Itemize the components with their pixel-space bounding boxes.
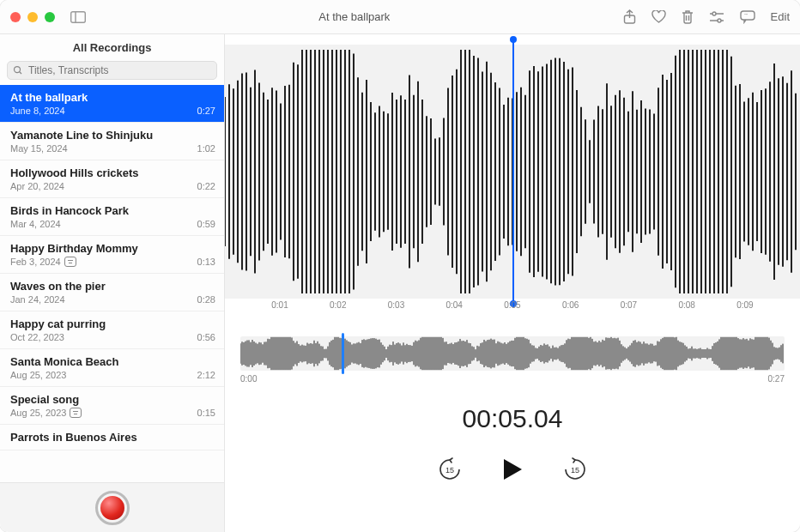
maximize-window-button[interactable] <box>45 12 55 22</box>
sidebar-toggle-icon[interactable] <box>70 11 86 23</box>
recording-title: Santa Monica Beach <box>10 355 215 368</box>
record-button[interactable] <box>95 491 130 525</box>
recording-item[interactable]: Santa Monica BeachAug 25, 20232:12 <box>0 349 224 387</box>
overview-labels: 0:00 0:27 <box>240 374 785 384</box>
recording-item[interactable]: Happy cat purringOct 22, 20230:56 <box>0 311 224 349</box>
window-controls <box>10 12 55 22</box>
titlebar: At the ballpark “” Edit <box>0 0 800 34</box>
recording-duration: 0:22 <box>197 181 215 191</box>
recording-date: June 8, 2024 <box>10 106 65 116</box>
ruler-tick: 0:09 <box>736 300 753 317</box>
trash-icon[interactable] <box>682 9 694 24</box>
minimize-window-button[interactable] <box>27 12 38 22</box>
ruler-tick: 0:06 <box>562 300 579 317</box>
overview-end-label: 0:27 <box>768 374 785 384</box>
ruler-tick: 0:02 <box>330 300 346 317</box>
record-bar <box>0 482 224 532</box>
transcript-badge-icon <box>70 408 82 418</box>
svg-rect-0 <box>71 11 86 22</box>
toolbar-right: “” Edit <box>623 9 790 25</box>
recording-item[interactable]: Special songAug 25, 2023 0:15 <box>0 387 224 425</box>
waveform-zoom[interactable]: 0:010:020:030:040:050:060:070:080:09 <box>225 45 800 299</box>
recording-duration: 0:15 <box>197 408 215 418</box>
recording-date: Oct 22, 2023 <box>10 332 64 342</box>
time-ruler: 0:010:020:030:040:050:060:070:080:09 <box>225 300 800 317</box>
recording-item[interactable]: Hollywood Hills cricketsApr 20, 20240:22 <box>0 160 224 198</box>
recording-item[interactable]: Yamanote Line to ShinjukuMay 15, 20241:0… <box>0 123 224 160</box>
recording-item[interactable]: At the ballparkJune 8, 20240:27 <box>0 85 224 123</box>
svg-point-6 <box>718 19 721 22</box>
recording-date: Mar 4, 2024 <box>10 219 61 229</box>
recording-duration: 1:02 <box>197 143 215 154</box>
sidebar: All Recordings At the ballparkJune 8, 20… <box>0 34 225 532</box>
svg-rect-7 <box>741 11 755 20</box>
play-button[interactable] <box>499 456 526 483</box>
ruler-tick: 0:08 <box>678 300 694 317</box>
ruler-tick: 0:05 <box>504 300 520 317</box>
ruler-tick: 0:01 <box>271 300 288 317</box>
playhead[interactable] <box>512 39 514 304</box>
recording-item[interactable]: Happy Birthday MommyFeb 3, 2024 0:13 <box>0 236 224 274</box>
recording-title: Birds in Hancock Park <box>10 204 215 217</box>
ruler-tick: 0:04 <box>445 300 462 317</box>
ruler-tick: 0:07 <box>621 300 637 317</box>
skip-fwd-label: 15 <box>571 466 579 475</box>
window-title: At the ballpark <box>86 10 623 23</box>
search-container <box>7 61 217 80</box>
sliders-icon[interactable] <box>709 11 724 23</box>
recording-title: Happy Birthday Mommy <box>10 242 215 255</box>
recording-date: Jan 24, 2024 <box>10 294 65 305</box>
svg-point-5 <box>712 12 716 15</box>
overview-playhead[interactable] <box>342 333 344 374</box>
search-input[interactable] <box>7 61 217 80</box>
record-icon <box>100 496 124 520</box>
skip-back-label: 15 <box>445 466 454 475</box>
recording-title: Hollywood Hills crickets <box>10 166 215 179</box>
favorite-icon[interactable] <box>652 10 666 24</box>
transcript-badge-icon <box>64 257 76 267</box>
recording-item[interactable]: Parrots in Buenos Aires <box>0 425 224 450</box>
transcript-icon[interactable]: “” <box>740 10 755 24</box>
ruler-tick: 0:03 <box>388 300 404 317</box>
recording-date: Feb 3, 2024 <box>10 257 76 267</box>
playback-controls: 15 15 <box>225 456 800 483</box>
recording-duration: 0:59 <box>197 219 215 229</box>
recording-date: May 15, 2024 <box>10 143 68 154</box>
timecode-display: 00:05.04 <box>225 404 800 433</box>
recording-title: At the ballpark <box>10 91 215 104</box>
recording-item[interactable]: Waves on the pierJan 24, 20240:28 <box>0 274 224 311</box>
recording-title: Special song <box>10 393 215 406</box>
skip-forward-button[interactable]: 15 <box>562 456 588 482</box>
recordings-list: At the ballparkJune 8, 20240:27Yamanote … <box>0 85 224 482</box>
share-icon[interactable] <box>623 9 636 25</box>
recording-title: Happy cat purring <box>10 317 215 330</box>
recording-duration: 0:27 <box>197 106 215 116</box>
recording-duration: 0:56 <box>197 332 215 342</box>
edit-button[interactable]: Edit <box>771 10 790 23</box>
recording-title: Waves on the pier <box>10 280 215 293</box>
recording-date: Aug 25, 2023 <box>10 408 82 418</box>
recording-duration: 0:28 <box>197 294 215 305</box>
main-panel: 0:010:020:030:040:050:060:070:080:09 0:0… <box>225 34 800 532</box>
recording-item[interactable]: Birds in Hancock ParkMar 4, 20240:59 <box>0 198 224 236</box>
sidebar-header: All Recordings <box>0 34 224 59</box>
waveform-overview[interactable] <box>240 336 785 371</box>
skip-back-button[interactable]: 15 <box>437 456 463 482</box>
svg-text:“”: “” <box>744 13 748 18</box>
recording-duration: 2:12 <box>197 370 215 380</box>
recording-date: Aug 25, 2023 <box>10 370 66 380</box>
recording-title: Yamanote Line to Shinjuku <box>10 129 215 142</box>
recording-title: Parrots in Buenos Aires <box>10 431 215 444</box>
overview-start-label: 0:00 <box>240 374 257 384</box>
close-window-button[interactable] <box>10 12 21 22</box>
recording-date: Apr 20, 2024 <box>10 181 64 191</box>
recording-duration: 0:13 <box>197 257 215 267</box>
